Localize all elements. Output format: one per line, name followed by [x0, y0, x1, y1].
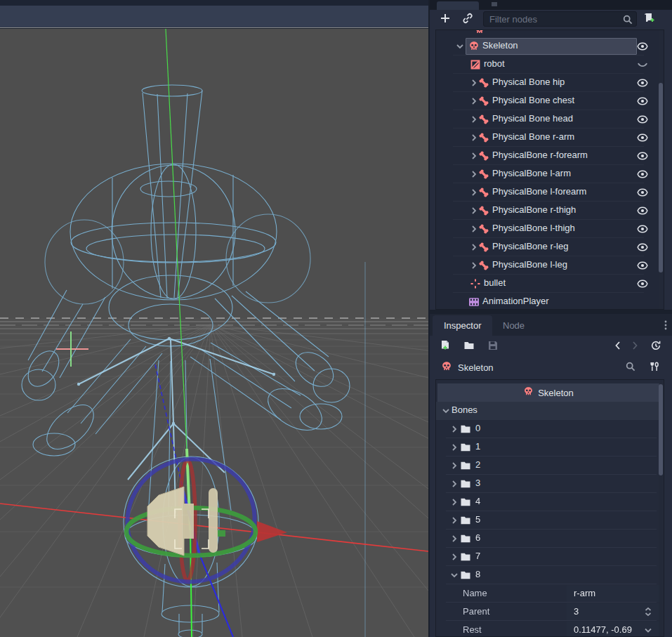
chevron-right-icon[interactable]	[449, 551, 460, 563]
chevron-right-icon[interactable]	[449, 460, 460, 471]
script-add-icon	[643, 13, 654, 26]
chevron-right-icon[interactable]	[449, 478, 460, 490]
tree-row-bullet[interactable]: bullet	[436, 275, 664, 293]
visibility-eye-icon[interactable]	[637, 150, 648, 162]
gizmo-scale-handle[interactable]	[218, 530, 225, 537]
visibility-eye-icon[interactable]	[637, 187, 648, 198]
animation-icon	[468, 296, 480, 308]
history-back-button[interactable]	[611, 339, 625, 353]
node-label: AnimationPlayer	[482, 296, 549, 306]
chevron-right-icon[interactable]	[449, 497, 460, 508]
scrollbar-thumb[interactable]	[659, 384, 663, 475]
visibility-eye-icon[interactable]	[637, 242, 648, 253]
visibility-eye-icon[interactable]	[637, 132, 648, 143]
bone-folder-5[interactable]: 5	[436, 511, 661, 530]
filter-nodes-input[interactable]	[483, 11, 637, 27]
chevron-right-icon[interactable]	[449, 533, 460, 544]
bone-folder-4[interactable]: 4	[436, 493, 661, 511]
bone-folder-6[interactable]: 6	[436, 530, 661, 548]
tree-row-physicalbone-r-thigh[interactable]: PhysicalBone r-thigh	[436, 202, 664, 220]
visibility-eye-icon[interactable]	[637, 223, 648, 235]
inspector-dock: Inspector Node Skeleton	[430, 314, 672, 637]
visibility-eye-icon[interactable]	[637, 205, 648, 216]
position-icon	[470, 278, 481, 289]
dock-menu-button[interactable]	[659, 319, 672, 333]
bone-icon	[478, 114, 489, 125]
bone-index-label: 5	[475, 514, 480, 525]
manage-object-properties-button[interactable]	[647, 360, 661, 374]
tab-inspector[interactable]: Inspector	[433, 315, 492, 336]
tree-row-animationplayer[interactable]: AnimationPlayer	[436, 293, 664, 310]
bone-index-label: 0	[475, 423, 480, 433]
bone-folder-7[interactable]: 7	[436, 548, 661, 566]
chevron-down-icon[interactable]	[449, 570, 460, 581]
tree-row-skeleton[interactable]: Skeleton	[436, 37, 664, 55]
chevron-down-icon[interactable]	[454, 41, 466, 52]
load-resource-button[interactable]	[462, 339, 476, 353]
scrollbar-thumb[interactable]	[659, 83, 663, 272]
right-docks: SkeletonrobotPhysical Bone hipPhysical B…	[430, 0, 672, 637]
dropdown-chevron-icon[interactable]	[643, 624, 654, 636]
page-plus-icon	[440, 340, 451, 353]
new-resource-button[interactable]	[438, 339, 452, 353]
node-label: robot	[484, 58, 505, 69]
icon-fragment	[492, 2, 497, 6]
bone-index-label: 2	[475, 459, 480, 470]
property-value[interactable]: 0.11477, -0.69	[574, 624, 632, 635]
instance-scene-button[interactable]	[461, 12, 475, 26]
visibility-eye-icon[interactable]	[637, 41, 648, 52]
chevron-right-icon[interactable]	[449, 515, 460, 526]
inspector-properties[interactable]: Skeleton Bones 012345678Namer-armParent3…	[435, 379, 664, 637]
bone-folder-8[interactable]: 8	[436, 566, 661, 584]
visibility-eye-icon[interactable]	[637, 114, 648, 125]
folder-icon	[460, 423, 471, 435]
tree-row-physical-bone-hip[interactable]: Physical Bone hip	[436, 74, 664, 92]
scene-tree-scrollbar[interactable]	[659, 30, 663, 309]
tree-row-physicalbone-l-leg[interactable]: PhysicalBone l-leg	[436, 256, 664, 275]
add-node-button[interactable]	[438, 12, 452, 26]
bone-folder-1[interactable]: 1	[436, 438, 661, 457]
property-value[interactable]: 3	[574, 606, 579, 617]
visibility-eye-icon[interactable]	[637, 96, 648, 107]
tree-row-physicalbone-l-arm[interactable]: PhysicalBone l-arm	[436, 165, 664, 183]
visibility-eye-icon[interactable]	[637, 260, 648, 271]
bone-folder-0[interactable]: 0	[436, 420, 661, 438]
tree-row-physical-bone-r-arm[interactable]: Physical Bone r-arm	[436, 129, 664, 147]
bone-folder-2[interactable]: 2	[436, 457, 661, 475]
property-value[interactable]: r-arm	[574, 588, 595, 598]
bone-index-label: 7	[475, 551, 480, 561]
save-resource-button[interactable]	[486, 339, 500, 353]
tree-row-physicalbone-r-forearm[interactable]: PhysicalBone r-forearm	[436, 147, 664, 165]
scene-tree[interactable]: SkeletonrobotPhysical Bone hipPhysical B…	[435, 29, 664, 310]
visibility-eye-icon[interactable]	[637, 169, 648, 180]
inspector-tab-bar: Inspector Node	[430, 314, 672, 336]
tree-row-physicalbone-l-thigh[interactable]: PhysicalBone l-thigh	[436, 220, 664, 238]
visibility-eye-icon[interactable]	[637, 77, 648, 88]
tree-row-physical-bone-chest[interactable]: Physical Bone chest	[436, 92, 664, 110]
tree-row-robot[interactable]: robot	[436, 55, 664, 74]
tree-row-physicalbone-r-leg[interactable]: PhysicalBone r-leg	[436, 238, 664, 256]
spinner-icon[interactable]	[643, 606, 654, 617]
category-bones[interactable]: Bones	[436, 402, 661, 420]
chevron-right-icon[interactable]	[449, 423, 460, 435]
property-row-parent: Parent3	[436, 603, 661, 621]
chevron-right-icon[interactable]	[449, 442, 460, 453]
history-forward-button[interactable]	[628, 339, 642, 353]
property-search-button[interactable]	[624, 360, 638, 374]
object-history-button[interactable]	[649, 339, 663, 353]
bone-folder-3[interactable]: 3	[436, 475, 661, 493]
folder-icon	[460, 533, 471, 544]
tree-row-physicalbone-l-forearm[interactable]: PhysicalBone l-forearm	[436, 183, 664, 202]
property-name: Rest	[463, 624, 482, 635]
node-label: bullet	[484, 277, 506, 288]
inspector-scrollbar[interactable]	[659, 381, 663, 636]
tree-row-physical-bone-head[interactable]: Physical Bone head	[436, 110, 664, 129]
visibility-eye-icon[interactable]	[637, 278, 648, 289]
property-name: Parent	[463, 606, 489, 617]
visibility-eye-closed-icon[interactable]	[637, 59, 648, 70]
bone-icon	[478, 132, 489, 143]
attach-script-button[interactable]	[642, 12, 656, 26]
bone-icon	[478, 77, 489, 88]
tab-node[interactable]: Node	[492, 315, 536, 336]
3d-viewport[interactable]	[0, 29, 428, 637]
